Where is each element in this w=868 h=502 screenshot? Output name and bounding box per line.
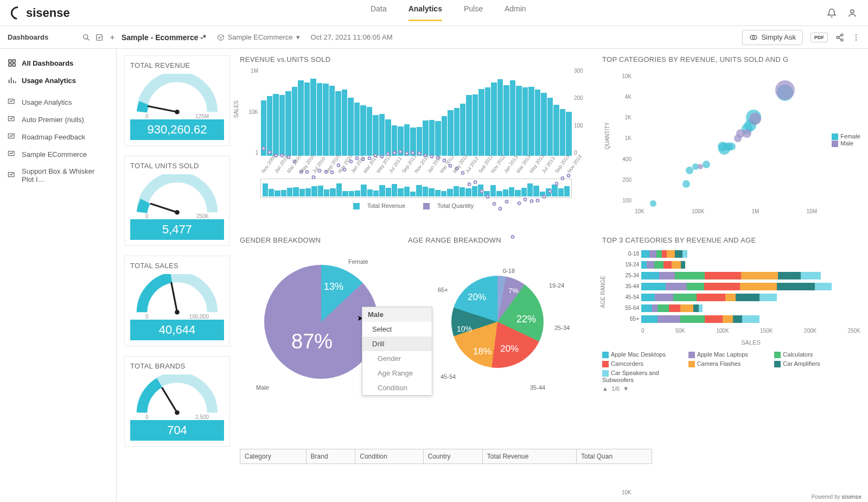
svg-point-21 xyxy=(175,110,180,115)
powered-by: Powered by sisense xyxy=(812,494,861,500)
svg-point-9 xyxy=(856,36,857,37)
pdf-button[interactable]: PDF xyxy=(810,33,828,42)
context-menu-gender[interactable]: Gender xyxy=(362,351,432,366)
svg-point-23 xyxy=(175,210,180,215)
stacked-bars[interactable]: 0-1819-2425-3435-4445-5455-6465+ xyxy=(615,249,860,325)
nav-data[interactable]: Data xyxy=(371,4,387,21)
more-icon[interactable] xyxy=(852,33,860,42)
gauge-arc xyxy=(130,374,224,416)
gauge-total-brands[interactable]: TOTAL BRANDS 02,500 704 xyxy=(124,356,230,447)
chevron-down-icon: ▾ xyxy=(296,33,300,41)
svg-line-24 xyxy=(171,283,177,313)
scatter-legend: Female Male xyxy=(832,133,860,147)
pager-up-icon[interactable]: ▲ xyxy=(602,385,608,392)
sidebar: All Dashboards Usage Analytics Usage Ana… xyxy=(0,49,117,502)
context-menu-condition[interactable]: Condition xyxy=(362,380,432,395)
svg-point-7 xyxy=(841,39,843,41)
nav-tabs: Data Analytics Pulse Admin xyxy=(70,4,827,21)
table-header[interactable]: Category xyxy=(240,449,307,464)
sidebar-item-usage-analytics-pin[interactable]: Usage Analytics xyxy=(0,72,116,89)
svg-point-5 xyxy=(841,34,843,36)
svg-point-1 xyxy=(84,34,88,39)
dashboard-name[interactable]: Sample - Ecommerce -* xyxy=(122,33,206,42)
widget-top3-categories[interactable]: TOP 3 CATEGORIES BY REVENUE AND AGE AGE … xyxy=(602,236,860,421)
pager-down-icon[interactable]: ▼ xyxy=(623,385,629,392)
chart-icon xyxy=(8,115,16,124)
svg-rect-13 xyxy=(9,63,11,66)
chart-icon xyxy=(8,98,16,106)
table-header[interactable]: Total Revenue xyxy=(482,449,576,464)
svg-point-25 xyxy=(175,310,180,315)
widget-age-breakdown[interactable]: AGE RANGE BREAKDOWN 0-18 19-24 25-34 35-… xyxy=(408,236,592,421)
widget-gender-breakdown[interactable]: GENDER BREAKDOWN Female Male 13% 87% ➤ M… xyxy=(240,236,408,421)
logo-swirl-icon xyxy=(8,4,27,22)
gauge-arc xyxy=(130,274,224,315)
logo: sisense xyxy=(11,6,70,20)
svg-point-10 xyxy=(856,39,857,40)
gauge-total-sales[interactable]: TOTAL SALES 0100,000 40,644 xyxy=(124,256,230,346)
lightbulb-icon xyxy=(749,33,758,42)
table-header[interactable]: Country xyxy=(423,449,482,464)
chart-icon xyxy=(8,132,16,141)
sub-header: Dashboards Sample - Ecommerce -* Sample … xyxy=(0,26,868,49)
datasource-picker[interactable]: Sample ECommerce ▾ xyxy=(217,33,300,41)
share-icon[interactable] xyxy=(835,33,844,42)
rev-units-chart[interactable]: SALES 1M10K1 3002001000 Nov 2009Jan 2010… xyxy=(240,68,592,176)
time-brush[interactable] xyxy=(260,179,572,198)
gauge-total-units[interactable]: TOTAL UNITS SOLD 0250K 5,477 xyxy=(124,156,230,246)
sidebar-item-roadmap[interactable]: Roadmap Feedback xyxy=(0,128,116,145)
sidebar-item-support-box[interactable]: Support Box & Whisker Plot I… xyxy=(0,163,116,188)
build-timestamp: Oct 27, 2021 11:06:05 AM xyxy=(311,33,393,41)
gauge-column: TOTAL REVENUE 0125M 930,260.62 TOTAL UNI… xyxy=(124,55,230,474)
bell-icon[interactable] xyxy=(827,8,837,18)
sidebar-title: Dashboards xyxy=(8,33,77,41)
svg-line-20 xyxy=(148,106,177,112)
stacked-legend: Apple Mac DesktopsApple Mac LaptopsCalcu… xyxy=(602,351,860,383)
svg-line-26 xyxy=(162,387,177,412)
context-menu: Male Select Drill Gender Age Range Condi… xyxy=(362,307,432,396)
svg-line-22 xyxy=(150,204,177,212)
widget-data-table[interactable]: CategoryBrandConditionCountryTotal Reven… xyxy=(240,449,860,474)
gauge-arc xyxy=(130,174,224,215)
simply-ask-button[interactable]: Simply Ask xyxy=(742,30,803,45)
data-table[interactable]: CategoryBrandConditionCountryTotal Reven… xyxy=(240,449,652,464)
svg-rect-11 xyxy=(9,60,11,62)
grid-icon xyxy=(8,59,16,67)
svg-point-8 xyxy=(856,34,857,35)
sidebar-item-usage-analytics[interactable]: Usage Analytics xyxy=(0,93,116,111)
bars-icon xyxy=(8,76,16,85)
svg-rect-12 xyxy=(12,60,15,62)
cube-icon xyxy=(217,34,225,41)
table-header[interactable]: Brand xyxy=(306,449,355,464)
svg-point-27 xyxy=(175,410,180,415)
chart-icon xyxy=(8,150,16,158)
sidebar-item-sample-ecommerce[interactable]: Sample ECommerce xyxy=(0,145,116,163)
user-icon[interactable] xyxy=(847,8,857,18)
table-header[interactable]: Condition xyxy=(355,449,423,464)
nav-pulse[interactable]: Pulse xyxy=(464,4,483,21)
context-menu-header: Male xyxy=(362,307,432,322)
table-header[interactable]: Total Quan xyxy=(577,449,652,464)
plus-icon[interactable] xyxy=(108,34,116,41)
sidebar-item-auto-premier[interactable]: Auto Premier (nulls) xyxy=(0,111,116,128)
svg-point-0 xyxy=(851,10,854,13)
svg-rect-14 xyxy=(12,63,15,66)
chart-icon xyxy=(8,171,16,180)
widget-revenue-vs-units[interactable]: REVENUE vs.UNITS SOLD SALES 1M10K1 30020… xyxy=(240,55,592,230)
widget-scatter[interactable]: TOP CATEGORIES BY REVENUE, UNITS SOLD AN… xyxy=(602,55,860,230)
logo-text: sisense xyxy=(26,6,70,20)
context-menu-drill[interactable]: Drill xyxy=(362,336,432,351)
scatter-plot[interactable] xyxy=(635,73,817,204)
nav-admin[interactable]: Admin xyxy=(505,4,526,21)
context-menu-select[interactable]: Select xyxy=(362,322,432,336)
dashboard-body: TOTAL REVENUE 0125M 930,260.62 TOTAL UNI… xyxy=(117,49,868,502)
top-nav: sisense Data Analytics Pulse Admin xyxy=(0,0,868,26)
nav-analytics[interactable]: Analytics xyxy=(409,4,442,21)
gauge-total-revenue[interactable]: TOTAL REVENUE 0125M 930,260.62 xyxy=(124,55,230,146)
checkbox-icon[interactable] xyxy=(95,34,103,41)
legend-pager[interactable]: ▲ 1/6 ▼ xyxy=(602,385,860,392)
context-menu-age-range[interactable]: Age Range xyxy=(362,366,432,380)
gauge-arc xyxy=(130,74,224,115)
search-icon[interactable] xyxy=(82,34,90,41)
sidebar-item-all-dashboards[interactable]: All Dashboards xyxy=(0,54,116,72)
